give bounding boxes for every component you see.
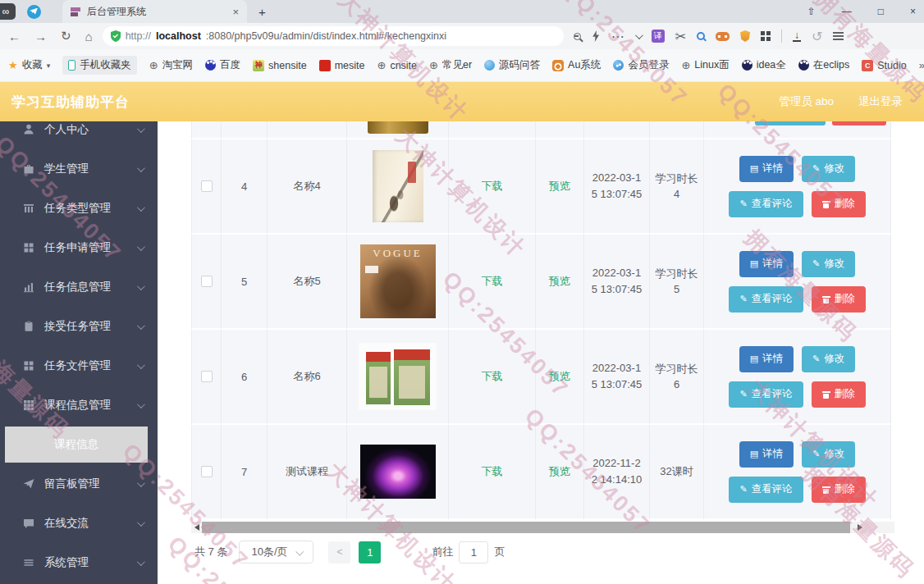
bookmark-common-err[interactable]: ⊕ 常见er [429, 58, 472, 72]
redo-icon[interactable]: ↺ [812, 29, 822, 44]
share-icon[interactable]: ⇧ [807, 6, 816, 17]
edit-button[interactable]: ✎修改 [802, 441, 855, 468]
sidebar-item-profile[interactable]: 个人中心 [0, 121, 158, 149]
apps-grid-icon[interactable] [761, 31, 765, 35]
bookmark-au-system[interactable]: Au系统 [552, 58, 601, 72]
bookmark-baidu[interactable]: 百度 [205, 58, 240, 72]
logout-button[interactable]: 退出登录 [858, 94, 903, 109]
telegram-icon[interactable] [27, 5, 41, 19]
detail-button[interactable]: ▤详情 [739, 346, 794, 372]
row-checkbox[interactable] [201, 466, 213, 477]
sidebar-item-course-info[interactable]: 课程信息管理 [0, 386, 158, 425]
sidebar-item-task-files[interactable]: 任务文件管理 [0, 346, 158, 386]
bookmark-member-login[interactable]: 会员登录 [613, 58, 669, 72]
page-size-select[interactable]: 10条/页 [239, 541, 313, 563]
forward-button[interactable]: → [34, 30, 47, 43]
table-cell-index: 5 [222, 235, 268, 330]
download-link[interactable]: 下载 [482, 369, 503, 384]
preview-link[interactable]: 预览 [549, 369, 570, 384]
url-input[interactable]: http://localhost:8080/php5v09u/admin/dis… [103, 26, 564, 46]
view-comments-button[interactable]: ✎查看评论 [729, 286, 803, 313]
table-cell-duration: 学习时长5 [650, 235, 704, 330]
flash-icon[interactable] [592, 30, 601, 42]
more-icon[interactable]: ⋯ [611, 29, 624, 44]
browser-logo-icon[interactable]: ∞ [0, 3, 16, 20]
list-icon [22, 556, 35, 569]
window-close-button[interactable]: × [910, 6, 916, 17]
download-link[interactable]: 下载 [482, 464, 503, 479]
home-button[interactable]: ⌂ [85, 30, 93, 43]
pencil-icon: ✎ [739, 294, 747, 303]
bookmark-cnsite[interactable]: ⊕ cnsite [377, 59, 417, 71]
bookmark-eclipse[interactable]: 在eclips [798, 58, 849, 72]
scissors-extension-icon[interactable]: ✂ [675, 29, 686, 44]
delete-button[interactable]: 删除 [812, 381, 866, 408]
zoom-out-icon[interactable] [574, 33, 581, 40]
scroll-right-arrow[interactable] [854, 522, 865, 533]
download-icon[interactable]: ←↓ [793, 31, 801, 42]
sidebar-item-message-board[interactable]: 留言板管理 [0, 464, 158, 504]
total-count-label: 共 7 条 [194, 545, 227, 559]
detail-button[interactable]: ▤详情 [739, 156, 794, 182]
sidebar-item-online-chat[interactable]: 在线交流 [0, 504, 158, 543]
download-link[interactable]: 下载 [482, 274, 503, 289]
bookmark-taobao[interactable]: ⊕ 淘宝网 [149, 58, 193, 72]
chevron-down-icon[interactable] [635, 31, 643, 39]
window-minimize-button[interactable]: — [842, 6, 852, 17]
detail-button[interactable]: ▤详情 [739, 251, 794, 277]
page-jump-input[interactable] [459, 541, 488, 563]
sidebar-item-task-info[interactable]: 任务信息管理 [0, 267, 158, 307]
bookmark-label: 手机收藏夹 [80, 58, 131, 72]
preview-link[interactable]: 预览 [549, 179, 570, 194]
download-link[interactable]: 下载 [482, 179, 503, 194]
bookmark-shensite[interactable]: 神 shensite [253, 60, 307, 71]
bookmark-phone-folder[interactable]: 手机收藏夹 [62, 56, 137, 75]
edit-button[interactable]: ✎修改 [802, 156, 855, 182]
sidebar-subitem-course-info-active[interactable]: 课程信息 [5, 427, 148, 463]
delete-button[interactable]: 删除 [812, 191, 866, 217]
bookmark-idea[interactable]: idea全 [742, 58, 786, 72]
reload-button[interactable]: ↻ [61, 29, 71, 43]
preview-link[interactable]: 预览 [549, 274, 570, 289]
back-button[interactable]: ← [8, 30, 21, 43]
sidebar-item-students[interactable]: 学生管理 [0, 149, 158, 189]
row-checkbox[interactable] [201, 371, 213, 382]
scroll-left-arrow[interactable] [191, 522, 202, 533]
view-comments-button[interactable]: ✎查看评论 [729, 191, 803, 217]
tab-close-icon[interactable]: × [232, 6, 239, 18]
edit-button[interactable]: ✎修改 [802, 251, 855, 277]
menu-icon[interactable] [833, 32, 844, 40]
sidebar-item-system[interactable]: 系统管理 [0, 543, 158, 582]
bookmark-studio[interactable]: C Studio [862, 60, 906, 71]
bookmark-linux[interactable]: ⊕ Linux面 [681, 58, 729, 72]
bookmark-source-qa[interactable]: 源码问答 [484, 58, 540, 72]
view-comments-button[interactable]: ✎查看评论 [729, 381, 803, 408]
shield-extension-icon[interactable] [740, 30, 750, 42]
sidebar-item-task-apply[interactable]: 任务申请管理 [0, 228, 158, 267]
delete-button[interactable]: 删除 [812, 286, 866, 313]
translate-extension-icon[interactable]: 译 [652, 30, 665, 43]
bookmark-mesite[interactable]: mesite [319, 60, 365, 71]
game-extension-icon[interactable] [716, 32, 730, 41]
view-comments-button[interactable]: ✎查看评论 [729, 477, 803, 503]
sidebar-item-task-types[interactable]: 任务类型管理 [0, 189, 158, 228]
new-tab-button[interactable]: + [258, 5, 266, 19]
detail-button[interactable]: ▤详情 [739, 441, 794, 468]
window-maximize-button[interactable]: □ [878, 6, 884, 17]
bookmarks-overflow-icon[interactable]: » [919, 59, 924, 71]
bookmark-favorites[interactable]: ★ 收藏 ▾ [8, 58, 50, 72]
caret-down-icon[interactable]: ▾ [47, 62, 51, 70]
prev-page-button[interactable]: < [328, 541, 350, 563]
browser-tab[interactable]: 后台管理系统 × [62, 0, 247, 23]
preview-link[interactable]: 预览 [549, 464, 570, 479]
search-extension-icon[interactable] [697, 32, 705, 40]
table-cell-download: 下载 [449, 425, 536, 520]
horizontal-scrollbar[interactable] [191, 522, 894, 533]
current-page-button[interactable]: 1 [359, 541, 381, 563]
delete-button[interactable]: 删除 [812, 477, 866, 503]
scrollbar-thumb[interactable] [202, 522, 850, 533]
row-checkbox[interactable] [201, 180, 213, 192]
sidebar-item-task-accept[interactable]: 接受任务管理 [0, 307, 158, 346]
edit-button[interactable]: ✎修改 [802, 346, 855, 372]
row-checkbox[interactable] [201, 276, 213, 287]
